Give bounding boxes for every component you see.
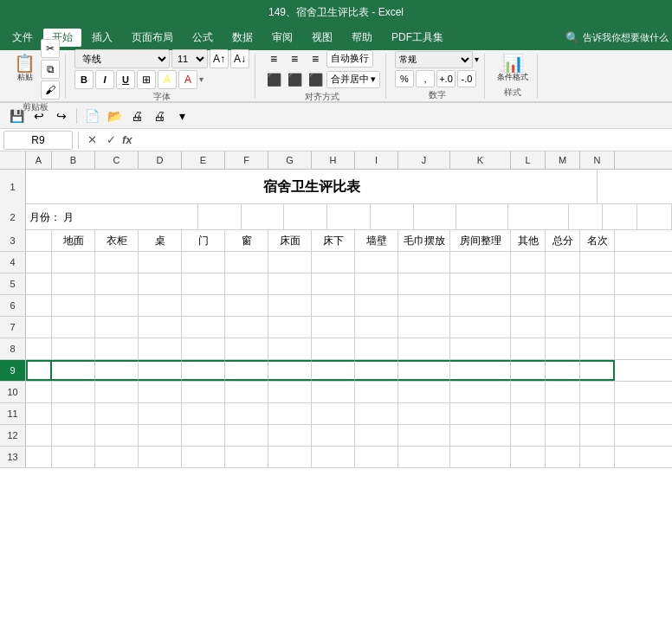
r9-c[interactable] [95,360,139,381]
r7-c[interactable] [95,317,139,338]
r10-b[interactable] [52,382,95,402]
font-increase-button[interactable]: A↑ [210,49,229,68]
r8-n[interactable] [580,338,615,359]
r11-d[interactable] [139,403,182,424]
r12-k[interactable] [450,425,511,446]
confirm-formula-button[interactable]: ✓ [103,132,119,148]
r4-j[interactable] [398,252,450,273]
r12-i[interactable] [355,425,398,446]
r9-f[interactable] [225,360,268,381]
r13-f[interactable] [225,447,268,467]
r10-n[interactable] [580,382,615,402]
r4-m[interactable] [546,252,580,273]
row2-cell-j[interactable] [456,204,508,230]
menu-data[interactable]: 数据 [223,29,262,47]
r5-m[interactable] [546,273,580,294]
r12-h[interactable] [312,425,355,446]
r10-j[interactable] [398,382,450,402]
save-button[interactable]: 💾 [7,106,26,125]
r4-n[interactable] [580,252,615,273]
menu-view[interactable]: 视图 [303,29,341,47]
r10-i[interactable] [355,382,398,402]
r6-n[interactable] [580,295,615,316]
r5-j[interactable] [398,273,450,294]
r6-c[interactable] [95,295,139,316]
align-right-button[interactable]: ⬛ [306,70,325,89]
r13-e[interactable] [182,447,225,467]
r12-f[interactable] [225,425,268,446]
cancel-formula-button[interactable]: ✕ [84,132,100,148]
col-header-h[interactable]: H [312,151,355,169]
r7-n[interactable] [580,317,615,338]
r8-a[interactable] [26,338,52,359]
r8-i[interactable] [355,338,398,359]
title-cell[interactable]: 宿舍卫生评比表 [26,170,598,204]
r13-j[interactable] [398,447,450,467]
menu-pdf[interactable]: PDF工具集 [383,29,452,47]
row2-cell-g[interactable] [371,204,414,230]
r5-c[interactable] [95,273,139,294]
italic-button[interactable]: I [95,70,114,89]
auto-wrap-button[interactable]: 自动换行 [326,50,373,68]
r8-e[interactable] [182,338,225,359]
r10-e[interactable] [182,382,225,402]
r10-g[interactable] [268,382,312,402]
r8-g[interactable] [268,338,312,359]
border-button[interactable]: ⊞ [137,70,156,89]
bold-button[interactable]: B [74,70,94,89]
col-header-i[interactable]: I [355,151,398,169]
print-button[interactable]: 🖨 [150,106,169,125]
r11-m[interactable] [546,403,580,424]
copy-button[interactable]: ⧉ [41,60,60,79]
r12-j[interactable] [398,425,450,446]
row2-cell-k[interactable] [508,204,569,230]
r12-d[interactable] [139,425,182,446]
r11-j[interactable] [398,403,450,424]
col-header-c[interactable]: C [95,151,139,169]
r5-a[interactable] [26,273,52,294]
r9-m[interactable] [546,360,580,381]
row3-cell-a[interactable] [26,230,52,251]
align-top-button[interactable]: ≡ [264,49,283,68]
r13-i[interactable] [355,447,398,467]
r5-l[interactable] [511,273,546,294]
row-num-13[interactable]: 13 [0,447,26,467]
r4-k[interactable] [450,252,511,273]
r13-l[interactable] [511,447,546,467]
r11-e[interactable] [182,403,225,424]
col-header-m[interactable]: M [546,151,580,169]
r7-m[interactable] [546,317,580,338]
row3-cell-e[interactable]: 门 [182,230,225,251]
percent-button[interactable]: % [395,70,414,87]
r4-d[interactable] [139,252,182,273]
row2-cell-d[interactable] [242,204,285,230]
row3-cell-i[interactable]: 墙壁 [355,230,398,251]
r9-k[interactable] [450,360,511,381]
col-header-l[interactable]: L [511,151,546,169]
row3-cell-j[interactable]: 毛巾摆放 [398,230,450,251]
r7-l[interactable] [511,317,546,338]
r12-b[interactable] [52,425,95,446]
r11-b[interactable] [52,403,95,424]
r5-g[interactable] [268,273,312,294]
row3-cell-g[interactable]: 床面 [268,230,312,251]
r13-m[interactable] [546,447,580,467]
r11-h[interactable] [312,403,355,424]
col-header-j[interactable]: J [398,151,450,169]
r13-h[interactable] [312,447,355,467]
comma-button[interactable]: , [416,70,435,87]
row3-cell-m[interactable]: 总分 [546,230,580,251]
col-header-e[interactable]: E [182,151,225,169]
r8-j[interactable] [398,338,450,359]
row3-cell-f[interactable]: 窗 [225,230,268,251]
row-num-8[interactable]: 8 [0,338,26,359]
r13-b[interactable] [52,447,95,467]
r7-h[interactable] [312,317,355,338]
r5-e[interactable] [182,273,225,294]
decrease-decimal-button[interactable]: -.0 [457,70,476,87]
row3-cell-n[interactable]: 名次 [580,230,615,251]
r11-a[interactable] [26,403,52,424]
menu-insert[interactable]: 插入 [83,29,121,47]
align-middle-button[interactable]: ≡ [285,49,304,68]
r12-e[interactable] [182,425,225,446]
